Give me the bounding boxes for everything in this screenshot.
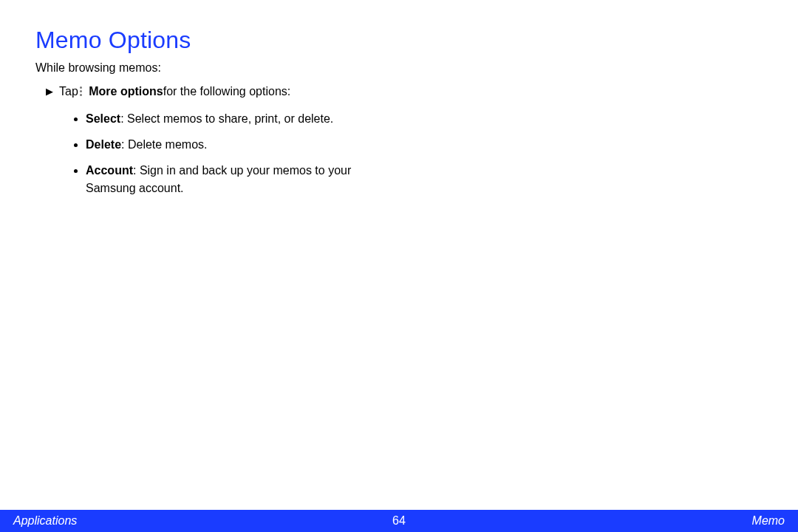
options-list: Select: Select memos to share, print, or… <box>86 110 378 197</box>
list-item: Account: Sign in and back up your memos … <box>86 162 378 196</box>
page-title: Memo Options <box>35 27 378 54</box>
option-desc: : Delete memos. <box>121 138 207 151</box>
intro-text: While browsing memos: <box>35 61 378 75</box>
play-icon: ▶ <box>46 86 53 96</box>
option-term: Delete <box>86 138 121 151</box>
list-item: Select: Select memos to share, print, or… <box>86 110 378 127</box>
option-term: Select <box>86 112 120 125</box>
option-desc: : Select memos to share, print, or delet… <box>120 112 333 125</box>
option-term: Account <box>86 164 133 177</box>
step-bold: More options <box>89 85 163 98</box>
page-number: 64 <box>392 514 406 528</box>
step-suffix: for the following options: <box>163 85 291 98</box>
list-item: Delete: Delete memos. <box>86 136 378 153</box>
footer-bar: Applications 64 Memo <box>0 510 798 532</box>
instruction-step: ▶ Tap More options for the following opt… <box>46 85 378 98</box>
footer-topic: Memo <box>752 514 785 528</box>
footer-section: Applications <box>13 514 77 528</box>
step-prefix: Tap <box>59 85 78 98</box>
more-options-icon <box>80 86 83 97</box>
